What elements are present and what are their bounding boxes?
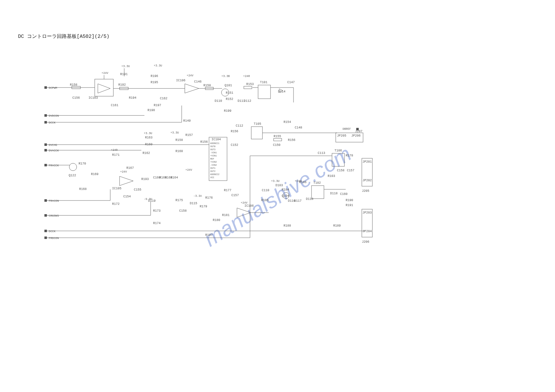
svg-text:R184: R184 (282, 188, 289, 191)
svg-text:IC106: IC106 (176, 79, 185, 82)
svg-text:C146: C146 (194, 80, 202, 83)
svg-text:+3.3U: +3.3U (144, 132, 152, 135)
svg-text:CRGSNS: CRGSNS (49, 214, 59, 218)
svg-text:+24V: +24V (120, 170, 127, 173)
svg-text:R181: R181 (222, 214, 230, 217)
svg-text:+24R: +24R (243, 75, 250, 78)
sense-chain: T105 C112 R155 R156 C150 C148 (236, 122, 337, 147)
svg-text:R175: R175 (175, 199, 183, 202)
svg-text:R153: R153 (246, 83, 254, 86)
svg-marker-31 (98, 84, 110, 93)
svg-text:+3.3U: +3.3U (271, 180, 280, 183)
svg-rect-15 (44, 164, 47, 166)
svg-text:R191: R191 (120, 73, 128, 76)
svg-rect-83 (251, 127, 262, 139)
j205: JP201 JP202 J205 (362, 158, 372, 193)
svg-text:+3.3U: +3.3U (121, 65, 130, 68)
svg-text:C113: C113 (318, 151, 325, 155)
svg-text:C161: C161 (111, 104, 118, 107)
svg-text:R172: R172 (112, 202, 120, 206)
signal-frdcon: FRDCON (44, 237, 250, 240)
svg-text:IC104: IC104 (212, 138, 221, 141)
svg-text:R192: R192 (118, 83, 126, 87)
svg-rect-27 (44, 237, 47, 239)
svg-text:C147: C147 (287, 81, 295, 84)
svg-text:R186: R186 (299, 181, 307, 184)
svg-text:DBREF: DBREF (343, 128, 351, 131)
svg-text:J207: J207 (355, 130, 362, 133)
svg-text:C157: C157 (347, 169, 354, 172)
svg-text:D112: D112 (244, 99, 251, 103)
page: DC コントローラ回路基板[A502](2/5) manualshive.com… (0, 0, 555, 392)
drive-chain-a: Q101 D110 R151 R152 +3.3B R153 +24R D111… (215, 75, 295, 124)
ic103-block: IC103 R158 R192 R191 +3.3U R194 C161 C15… (68, 65, 144, 107)
svg-text:R151: R151 (226, 91, 233, 95)
svg-text:T101: T101 (260, 81, 267, 84)
svg-text:R185: R185 (261, 199, 269, 202)
svg-text:JP202: JP202 (362, 179, 372, 182)
svg-text:+VIN2: +VIN2 (210, 161, 217, 163)
signal-dcpwm: DCPWM (44, 86, 68, 90)
page-title: DC コントローラ回路基板[A502](2/5) (18, 33, 109, 40)
svg-text:+3.3B: +3.3B (221, 75, 230, 78)
svg-text:C157: C157 (231, 194, 239, 197)
svg-text:R178: R178 (346, 154, 353, 157)
svg-text:JP206: JP206 (351, 134, 361, 137)
svg-text:T106: T106 (334, 149, 342, 152)
svg-text:R176: R176 (205, 196, 213, 200)
svg-text:FRACCK: FRACCK (49, 164, 59, 167)
svg-text:R170: R170 (79, 162, 86, 165)
svg-text:R168: R168 (79, 187, 87, 191)
signal-dcck-1: DCCK (44, 121, 182, 124)
svg-text:R179: R179 (200, 205, 207, 208)
ic104-block: IC104 ASENCC1 OUT0 OUT3 -VIN1 +VIN1 REF … (171, 130, 238, 181)
svg-text:Q104: Q104 (282, 194, 289, 198)
svg-text:J206: J206 (362, 240, 369, 244)
svg-text:R158: R158 (70, 83, 77, 87)
svg-text:R167: R167 (126, 166, 134, 170)
svg-text:C110: C110 (262, 189, 269, 192)
svg-text:+24R: +24R (111, 149, 118, 152)
signal-dvchg: DVCHG (44, 143, 141, 147)
svg-point-122 (69, 163, 77, 171)
svg-text:C155: C155 (134, 188, 141, 191)
svg-text:R173: R173 (153, 209, 161, 213)
svg-text:R195: R195 (151, 81, 158, 84)
svg-text:+24V: +24V (187, 74, 193, 77)
svg-text:R190: R190 (346, 199, 353, 202)
svg-text:C148: C148 (295, 126, 302, 129)
svg-rect-180 (332, 153, 344, 166)
schematic-diagram: DCPWM DVDCON DCCK DVCHG (39, 53, 511, 258)
mid-bottom: R175 D115 -3.3A R176 R177 C157 (175, 189, 239, 205)
svg-rect-0 (44, 86, 47, 89)
svg-text:-3.3A: -3.3A (193, 195, 202, 198)
svg-text:C156: C156 (72, 96, 80, 100)
svg-text:R180: R180 (213, 219, 220, 222)
svg-text:-VIN1: -VIN1 (210, 151, 217, 154)
svg-text:R162: R162 (143, 151, 150, 155)
svg-text:R169: R169 (91, 173, 98, 176)
svg-text:+3.3U: +3.3U (171, 131, 179, 134)
svg-rect-3 (44, 114, 47, 117)
svg-text:R194: R194 (129, 96, 136, 100)
svg-rect-73 (258, 85, 271, 99)
svg-rect-6 (44, 121, 47, 124)
svg-text:R187: R187 (205, 233, 213, 237)
svg-text:-VIN2: -VIN2 (210, 164, 217, 166)
svg-text:R103: R103 (328, 174, 335, 178)
svg-text:JP203: JP203 (362, 211, 372, 214)
svg-rect-12 (44, 149, 47, 151)
signal-dcck-2: DCCK (44, 230, 200, 233)
svg-text:R197: R197 (154, 104, 161, 107)
svg-text:+24V: +24V (102, 72, 108, 75)
svg-text:C158: C158 (179, 209, 187, 213)
svg-text:DCPWM: DCPWM (49, 87, 57, 90)
svg-rect-86 (274, 138, 282, 141)
svg-text:R199: R199 (224, 109, 231, 113)
svg-text:C158: C158 (337, 169, 344, 172)
svg-text:D115: D115 (190, 202, 197, 205)
svg-text:R188: R188 (284, 224, 291, 228)
svg-text:ASENCC2: ASENCC2 (210, 173, 219, 176)
svg-text:FRDCON: FRDCON (49, 237, 59, 240)
svg-text:R193: R193 (141, 178, 149, 181)
